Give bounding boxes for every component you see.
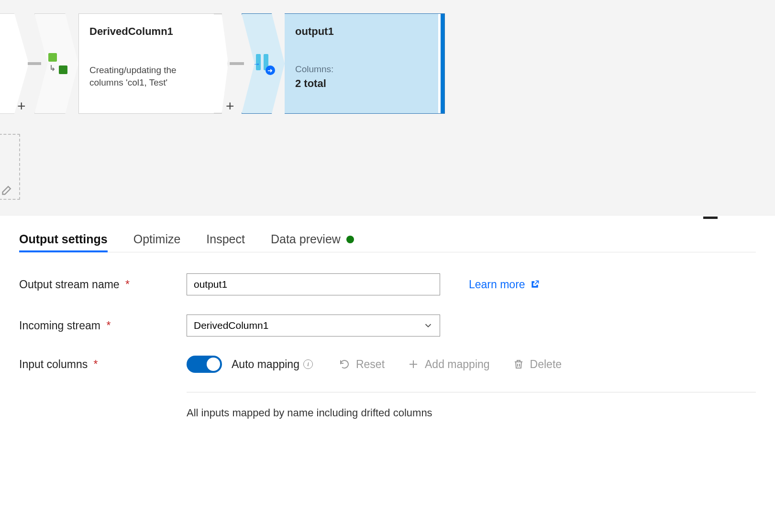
auto-mapping-label: Auto mapping bbox=[232, 358, 299, 371]
tab-data-preview[interactable]: Data preview bbox=[271, 232, 354, 252]
reset-button[interactable]: Reset bbox=[339, 358, 385, 371]
output-settings-form: Output stream name * Learn more Incoming… bbox=[19, 273, 756, 419]
node-derived-title: DerivedColumn1 bbox=[89, 25, 211, 38]
tab-label: Inspect bbox=[206, 232, 245, 246]
placeholder-drop-target[interactable] bbox=[0, 134, 20, 200]
mapping-actions: Reset Add mapping Delete bbox=[339, 358, 562, 371]
node-output-title: output1 bbox=[295, 25, 424, 38]
flow-canvas[interactable]: + ↳ DerivedColumn1 Creating/updating the… bbox=[0, 0, 775, 215]
auto-mapping-toggle[interactable] bbox=[187, 356, 222, 373]
tab-label: Optimize bbox=[133, 232, 181, 246]
add-mapping-button[interactable]: Add mapping bbox=[408, 358, 490, 371]
node-output-columns-count: 2 total bbox=[295, 77, 424, 90]
panel-resizer-handle[interactable] bbox=[703, 217, 718, 219]
sink-icon: →➜ bbox=[253, 53, 274, 74]
required-marker: * bbox=[106, 319, 111, 332]
toggle-knob bbox=[207, 358, 220, 371]
delete-button[interactable]: Delete bbox=[513, 358, 562, 371]
reset-icon bbox=[339, 358, 350, 370]
panel-resizer[interactable] bbox=[0, 215, 775, 221]
trash-icon bbox=[513, 358, 524, 370]
pencil-icon bbox=[1, 183, 14, 196]
node-output-endcap bbox=[434, 13, 445, 114]
tab-inspect[interactable]: Inspect bbox=[206, 232, 245, 252]
derived-column-icon: ↳ bbox=[46, 53, 67, 74]
auto-mapping-hint: All inputs mapped by name including drif… bbox=[187, 407, 756, 419]
button-label: Delete bbox=[530, 358, 562, 371]
field-label: Output stream name * bbox=[19, 278, 187, 291]
node-derived-column[interactable]: ↳ DerivedColumn1 Creating/updating the c… bbox=[34, 13, 222, 114]
external-link-icon bbox=[530, 280, 540, 289]
button-label: Reset bbox=[356, 358, 385, 371]
learn-more-text: Learn more bbox=[469, 278, 525, 291]
row-output-stream-name: Output stream name * Learn more bbox=[19, 273, 756, 295]
add-step-before-button[interactable]: + bbox=[17, 98, 26, 114]
settings-tabs: Output settings Optimize Inspect Data pr… bbox=[19, 232, 756, 252]
section-divider bbox=[187, 392, 756, 392]
learn-more-link[interactable]: Learn more bbox=[469, 278, 540, 291]
settings-panel: Output settings Optimize Inspect Data pr… bbox=[0, 221, 775, 419]
required-marker: * bbox=[125, 278, 130, 291]
row-input-columns: Input columns * Auto mapping i Reset bbox=[19, 356, 756, 373]
plus-icon bbox=[408, 358, 419, 370]
tab-output-settings[interactable]: Output settings bbox=[19, 232, 108, 252]
label-text: Input columns bbox=[19, 358, 88, 370]
row-incoming-stream: Incoming stream * bbox=[19, 315, 756, 337]
info-icon[interactable]: i bbox=[303, 359, 313, 369]
add-step-after-button[interactable]: + bbox=[226, 98, 234, 114]
node-output-columns-label: Columns: bbox=[295, 64, 424, 75]
label-text: Incoming stream bbox=[19, 319, 100, 332]
field-label: Incoming stream * bbox=[19, 319, 187, 332]
tab-optimize[interactable]: Optimize bbox=[133, 232, 181, 252]
required-marker: * bbox=[94, 358, 98, 370]
tab-label: Data preview bbox=[271, 232, 341, 246]
node-derived-icon-wrap: ↳ bbox=[34, 13, 78, 114]
button-label: Add mapping bbox=[425, 358, 490, 371]
node-output-icon-wrap: →➜ bbox=[242, 13, 285, 114]
output-stream-name-input[interactable] bbox=[187, 273, 440, 295]
incoming-stream-select[interactable] bbox=[187, 315, 440, 337]
label-text: Output stream name bbox=[19, 278, 120, 291]
node-derived-description: Creating/updating the columns 'col1, Tes… bbox=[89, 64, 211, 88]
node-output-sink[interactable]: →➜ output1 Columns: 2 total bbox=[242, 13, 445, 114]
status-dot-icon bbox=[346, 236, 354, 243]
field-label: Input columns * bbox=[19, 358, 187, 371]
tab-label: Output settings bbox=[19, 232, 108, 246]
incoming-stream-value[interactable] bbox=[187, 315, 440, 337]
